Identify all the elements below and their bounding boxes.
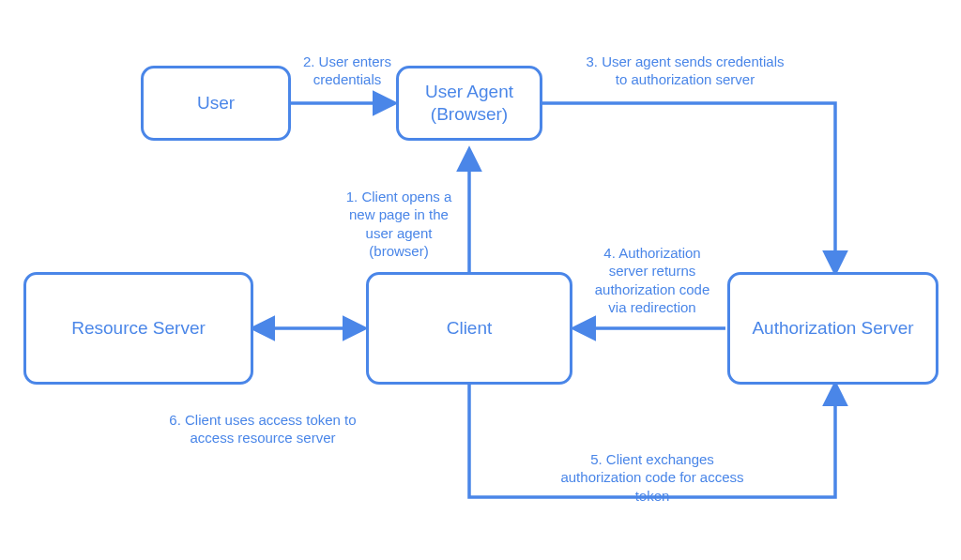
label-step3-text: 3. User agent sends credentials to autho… bbox=[587, 53, 785, 88]
label-step4: 4. Authorization server returns authoriz… bbox=[572, 225, 732, 317]
label-step2-text: 2. User enters credentials bbox=[303, 53, 391, 88]
label-step4-text: 4. Authorization server returns authoriz… bbox=[595, 245, 710, 316]
label-step5: 5. Client exchanges authorization code f… bbox=[535, 431, 770, 505]
label-step6: 6. Client uses access token to access re… bbox=[145, 392, 380, 447]
node-authorization-server-label: Authorization Server bbox=[752, 317, 913, 340]
label-step6-text: 6. Client uses access token to access re… bbox=[169, 412, 356, 446]
node-client-label: Client bbox=[447, 317, 493, 340]
label-step1: 1. Client opens a new page in the user a… bbox=[333, 169, 465, 261]
node-resource-server: Resource Server bbox=[23, 272, 253, 385]
label-step1-text: 1. Client opens a new page in the user a… bbox=[346, 189, 452, 260]
label-step5-text: 5. Client exchanges authorization code f… bbox=[560, 451, 743, 504]
label-step2: 2. User enters credentials bbox=[253, 34, 441, 89]
node-resource-server-label: Resource Server bbox=[71, 317, 206, 340]
node-authorization-server: Authorization Server bbox=[727, 272, 938, 385]
node-user-label: User bbox=[197, 92, 235, 114]
node-client: Client bbox=[366, 272, 572, 385]
label-step3: 3. User agent sends credentials to autho… bbox=[563, 34, 807, 89]
